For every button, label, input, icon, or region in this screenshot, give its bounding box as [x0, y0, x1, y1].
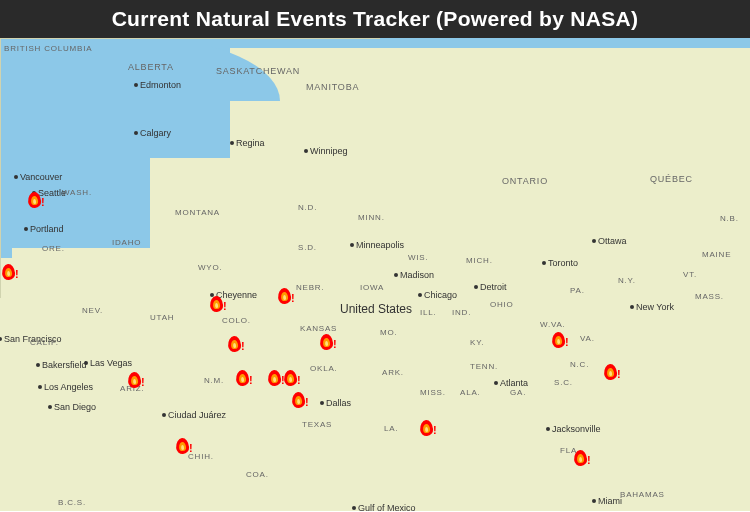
- city-label: Vancouver: [20, 172, 62, 182]
- region-label: WYO.: [198, 263, 223, 272]
- event-marker-wildfire[interactable]: !: [552, 332, 570, 352]
- city-dot: [304, 149, 308, 153]
- region-label: IDAHO: [112, 238, 141, 247]
- city-dot: [320, 401, 324, 405]
- city-dot: [592, 239, 596, 243]
- city-label: Portland: [30, 224, 64, 234]
- region-label: WASH.: [62, 188, 92, 197]
- event-marker-wildfire[interactable]: !: [236, 370, 254, 390]
- region-label: WIS.: [408, 253, 429, 262]
- region-label: KY.: [470, 338, 484, 347]
- region-label: ALA.: [460, 388, 481, 397]
- region-label: MONTANA: [175, 208, 220, 217]
- city-dot: [162, 413, 166, 417]
- event-marker-wildfire[interactable]: !: [128, 372, 146, 392]
- region-label: ALBERTA: [128, 62, 174, 72]
- region-label: VT.: [683, 270, 697, 279]
- region-label: ARK.: [382, 368, 404, 377]
- event-marker-wildfire[interactable]: !: [420, 420, 438, 440]
- region-label: NEBR.: [296, 283, 324, 292]
- region-label: TENN.: [470, 362, 498, 371]
- fire-icon: [603, 364, 617, 381]
- event-marker-wildfire[interactable]: !: [278, 288, 296, 308]
- city-dot: [134, 131, 138, 135]
- region-label: COA.: [246, 470, 269, 479]
- region-label: N.M.: [204, 376, 224, 385]
- region-label: ORE.: [42, 244, 65, 253]
- city-label: Los Angeles: [44, 382, 93, 392]
- region-label: IOWA: [360, 283, 384, 292]
- alert-icon: !: [587, 454, 591, 466]
- region-label: TEXAS: [302, 420, 332, 429]
- city-label: Toronto: [548, 258, 578, 268]
- alert-icon: !: [617, 368, 621, 380]
- event-marker-wildfire[interactable]: !: [176, 438, 194, 458]
- city-dot: [134, 83, 138, 87]
- city-label: Regina: [236, 138, 265, 148]
- event-marker-wildfire[interactable]: !: [2, 264, 20, 284]
- region-label: N.B.: [720, 214, 739, 223]
- region-label: Bahamas: [620, 490, 665, 499]
- alert-icon: !: [41, 196, 45, 208]
- region-label: QUÉBEC: [650, 174, 693, 184]
- city-dot: [352, 506, 356, 510]
- region-label: MAINE: [702, 250, 731, 259]
- city-label: Ciudad Juárez: [168, 410, 226, 420]
- city-label: Gulf of Mexico: [358, 503, 416, 512]
- fire-icon: [291, 392, 305, 409]
- fire-icon: [283, 370, 297, 387]
- event-marker-wildfire[interactable]: !: [574, 450, 592, 470]
- region-label: S.D.: [298, 243, 317, 252]
- region-label: MISS.: [420, 388, 446, 397]
- alert-icon: !: [189, 442, 193, 454]
- region-label: LA.: [384, 424, 398, 433]
- event-marker-wildfire[interactable]: !: [284, 370, 302, 390]
- fire-icon: [267, 370, 281, 387]
- alert-icon: !: [297, 374, 301, 386]
- region-label: COLO.: [222, 316, 251, 325]
- city-dot: [14, 175, 18, 179]
- region-label: MASS.: [695, 292, 724, 301]
- event-marker-wildfire[interactable]: !: [604, 364, 622, 384]
- city-label: Chicago: [424, 290, 457, 300]
- city-dot: [230, 141, 234, 145]
- border-49th: [0, 38, 380, 39]
- city-label: Dallas: [326, 398, 351, 408]
- fire-icon: [127, 372, 141, 389]
- region-label: OKLA.: [310, 364, 338, 373]
- event-marker-wildfire[interactable]: !: [228, 336, 246, 356]
- border-vline3: [0, 38, 1, 298]
- region-label: N.D.: [298, 203, 317, 212]
- region-label: IND.: [452, 308, 471, 317]
- event-marker-wildfire[interactable]: !: [292, 392, 310, 412]
- city-dot: [36, 363, 40, 367]
- region-label: ILL.: [420, 308, 437, 317]
- event-marker-wildfire[interactable]: !: [210, 296, 228, 316]
- fire-icon: [235, 370, 249, 387]
- city-dot: [494, 381, 498, 385]
- city-dot: [0, 337, 2, 341]
- region-label: UTAH: [150, 313, 174, 322]
- region-label: SASKATCHEWAN: [216, 66, 300, 76]
- alert-icon: !: [305, 396, 309, 408]
- region-label: B.C.S.: [58, 498, 86, 507]
- city-label: Jacksonville: [552, 424, 601, 434]
- region-label: ONTARIO: [502, 176, 548, 186]
- event-marker-wildfire[interactable]: !: [28, 192, 46, 212]
- city-label: Edmonton: [140, 80, 181, 90]
- region-label: GA.: [510, 388, 526, 397]
- fire-icon: [551, 332, 565, 349]
- city-dot: [350, 243, 354, 247]
- event-marker-wildfire[interactable]: !: [320, 334, 338, 354]
- city-label: Bakersfield: [42, 360, 87, 370]
- city-dot: [474, 285, 478, 289]
- city-label: Calgary: [140, 128, 171, 138]
- region-label: KANSAS: [300, 324, 337, 333]
- city-label: Winnipeg: [310, 146, 348, 156]
- city-label: Minneapolis: [356, 240, 404, 250]
- region-label: N.C.: [570, 360, 589, 369]
- region-label: MANITOBA: [306, 82, 359, 92]
- alert-icon: !: [141, 376, 145, 388]
- region-label: BRITISH COLUMBIA: [4, 44, 92, 53]
- map-canvas[interactable]: United States BRITISH COLUMBIAALBERTASAS…: [0, 38, 750, 511]
